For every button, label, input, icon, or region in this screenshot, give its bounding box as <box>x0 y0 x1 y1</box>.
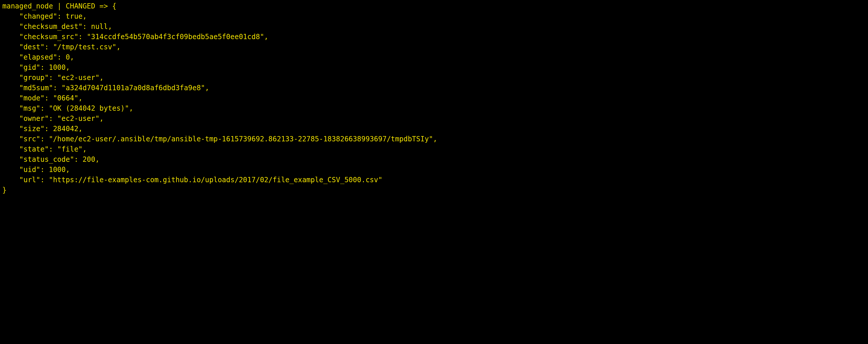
status-label: CHANGED <box>66 2 95 10</box>
output-header: managed_node | CHANGED => { <box>2 2 116 10</box>
output-body: "changed": true, "checksum_dest": null, … <box>2 12 437 184</box>
arrow-brace: => { <box>95 2 116 10</box>
closing-brace: } <box>2 186 6 194</box>
separator: | <box>53 2 65 10</box>
host-label: managed_node <box>2 2 53 10</box>
terminal-output: managed_node | CHANGED => { "changed": t… <box>0 0 868 197</box>
